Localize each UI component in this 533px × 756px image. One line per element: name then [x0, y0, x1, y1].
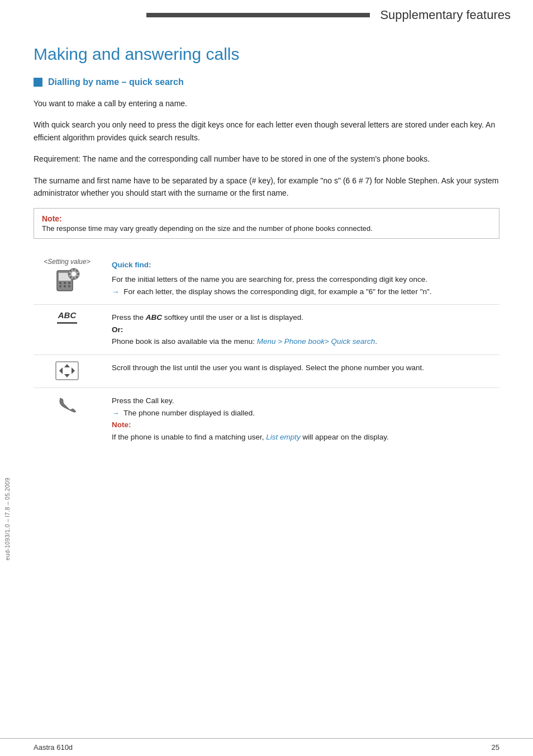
- step-3-row: Scroll through the list until the user y…: [34, 355, 499, 388]
- svg-point-4: [68, 282, 70, 284]
- step-4-desc-pre: Press the Call key.: [112, 396, 174, 405]
- section-heading-text: Dialling by name – quick search: [48, 77, 184, 87]
- setting-value-label: <Setting value>: [44, 258, 90, 266]
- footer: Aastra 610d 25: [0, 738, 533, 756]
- body-para-4: The surname and first name have to be se…: [34, 174, 499, 200]
- svg-point-2: [59, 282, 61, 284]
- svg-point-3: [64, 282, 66, 284]
- step-2-row: ABC Press the ABC softkey until the user…: [34, 305, 499, 355]
- step-2-or: Or:: [112, 325, 123, 334]
- body-para-2: With quick search you only need to press…: [34, 119, 499, 144]
- svg-point-7: [68, 285, 70, 287]
- svg-rect-12: [77, 273, 79, 275]
- abc-bar: [57, 322, 77, 324]
- arrow-icon-1: →: [112, 287, 120, 296]
- step-2-desc-post: softkey until the user or a list is disp…: [162, 313, 303, 322]
- header-section-title: Supplementary features: [370, 8, 511, 22]
- call-key-icon: [55, 394, 79, 418]
- header-dark-bar: [146, 13, 370, 17]
- section-heading: Dialling by name – quick search: [34, 77, 499, 87]
- main-content: Making and answering calls Dialling by n…: [0, 22, 533, 483]
- body-para-3: Requirement: The name and the correspond…: [34, 153, 499, 165]
- svg-point-5: [59, 285, 61, 287]
- step-2-menu-italic: Menu > Phone book> Quick search: [257, 337, 375, 346]
- step-1-title: Quick find:: [112, 259, 494, 271]
- sidebar-text: eud-1093/1.0 – l7.8 – 05.2009: [4, 478, 11, 560]
- step-1-icon: <Setting value>: [39, 258, 95, 296]
- step-1-arrow-note: For each letter, the display shows the c…: [123, 287, 431, 296]
- note-box: Note: The response time may vary greatly…: [34, 208, 499, 239]
- step-4-arrow-note: The phone number displayed is dialled.: [123, 409, 255, 417]
- step-3-icon-cell: [34, 355, 101, 388]
- step-1-desc: Quick find: For the initial letters of t…: [101, 252, 499, 304]
- step-4-icon-cell: [34, 388, 101, 450]
- abc-text: ABC: [39, 310, 95, 320]
- scroll-svg: [55, 361, 79, 381]
- svg-rect-16: [68, 273, 70, 275]
- step-2-icon-cell: ABC: [34, 305, 101, 355]
- step-3-desc-text: Scroll through the list until the user y…: [112, 363, 424, 372]
- svg-marker-21: [64, 364, 70, 367]
- step-1-row: <Setting value>: [34, 252, 499, 304]
- step-2-abc-bold: ABC: [146, 313, 162, 322]
- step-2-menu-pre: Phone book is also available via the men…: [112, 337, 257, 346]
- footer-right: 25: [492, 743, 499, 752]
- svg-marker-19: [59, 367, 63, 374]
- step-1-desc-text: For the initial letters of the name you …: [112, 275, 427, 284]
- steps-table: <Setting value>: [34, 252, 499, 450]
- step-3-desc: Scroll through the list until the user y…: [101, 355, 499, 388]
- step-4-note-italic: List empty: [266, 433, 301, 441]
- body-para-1: You want to make a call by entering a na…: [34, 97, 499, 110]
- step-1-arrow: → For each letter, the display shows the…: [112, 287, 431, 296]
- svg-rect-10: [73, 268, 75, 271]
- abc-softkey-icon: ABC: [39, 310, 95, 324]
- section-square-icon: [34, 78, 42, 87]
- header-row: Supplementary features: [0, 0, 533, 22]
- step-4-note-post: will appear on the display.: [301, 433, 389, 441]
- step-1-icon-cell: <Setting value>: [34, 252, 101, 304]
- step-4-note-pre: If the phone is unable to find a matchin…: [112, 433, 266, 441]
- svg-point-6: [64, 285, 66, 287]
- step-4-note-label: Note:: [112, 420, 131, 429]
- phone-settings-icon: [53, 267, 82, 296]
- step-4-arrow: → The phone number displayed is dialled.: [112, 409, 255, 417]
- step-2-desc: Press the ABC softkey until the user or …: [101, 305, 499, 355]
- step-4-desc: Press the Call key. → The phone number d…: [101, 388, 499, 450]
- page-title: Making and answering calls: [34, 45, 499, 64]
- footer-left: Aastra 610d: [34, 743, 73, 752]
- svg-marker-20: [72, 367, 75, 374]
- note-label: Note:: [42, 214, 491, 223]
- step-2-menu-post: .: [375, 337, 377, 346]
- svg-rect-14: [73, 277, 75, 280]
- step-4-row: Press the Call key. → The phone number d…: [34, 388, 499, 450]
- note-text: The response time may vary greatly depen…: [42, 224, 491, 233]
- arrow-icon-4: →: [112, 409, 120, 417]
- svg-point-9: [72, 272, 76, 276]
- scroll-icon: [39, 361, 95, 381]
- svg-marker-22: [64, 374, 70, 377]
- step-2-desc-pre: Press the: [112, 313, 146, 322]
